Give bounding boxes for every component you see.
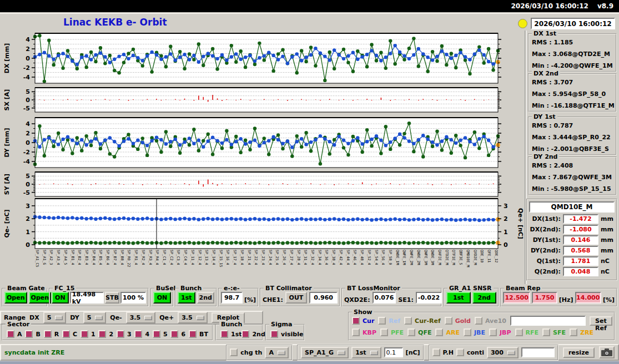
se1-value: -0.022 — [416, 292, 442, 304]
sector-checkbox-2[interactable] — [98, 330, 106, 338]
beam-rep-title: Beam Rep — [504, 285, 542, 292]
busel-on-button[interactable]: ON — [153, 292, 171, 304]
bpm-label: SP_16_4 — [225, 250, 229, 284]
sector-item: 5 — [153, 330, 168, 338]
show-checkbox-zre[interactable] — [570, 328, 577, 336]
show-checkbox-ref[interactable] — [378, 317, 386, 325]
bpm-label: SP_44_4 — [346, 250, 350, 284]
sector-checkbox-1[interactable] — [80, 330, 88, 338]
ph-checkbox[interactable] — [432, 348, 440, 356]
sector-checkbox-b[interactable] — [25, 330, 33, 338]
show-checkbox-jbe[interactable] — [464, 328, 471, 336]
count-select[interactable]: 300 — [487, 347, 519, 358]
sector-item: B — [25, 330, 40, 338]
monitor-row-unit: nC — [601, 268, 610, 275]
svg-text:-5: -5 — [23, 105, 30, 112]
bunch-filter-checkbox-2nd[interactable] — [241, 330, 249, 338]
beam-gate-open-1-button[interactable]: Open — [4, 292, 27, 304]
bunch-filter-checkbox-1st[interactable] — [220, 330, 228, 338]
bunch-2nd-button[interactable]: 2nd — [197, 292, 215, 304]
range-dx-select[interactable]: 5 — [43, 312, 67, 323]
ref-input[interactable] — [510, 316, 586, 326]
bunch-order-select[interactable]: 1st — [351, 347, 381, 358]
range-qep-value: 3.5 — [182, 314, 193, 321]
monitor-row-value: 0.146 — [563, 235, 598, 245]
svg-text:-2: -2 — [23, 149, 30, 156]
show-checkbox-rfe[interactable] — [515, 328, 523, 336]
chg-th-checkbox[interactable] — [230, 348, 238, 356]
conti-checkbox[interactable] — [456, 348, 464, 356]
show-item: ZRE — [570, 328, 593, 336]
sector-checkbox-3[interactable] — [117, 330, 124, 338]
titlebar-version: v8.9 — [597, 2, 613, 10]
gr-snsr-1st-button[interactable]: 1st — [446, 292, 471, 304]
show-checkbox-kbp[interactable] — [352, 328, 360, 336]
svg-text:3: 3 — [26, 203, 30, 210]
sector-checkbox-a[interactable] — [7, 330, 14, 338]
threshold-input[interactable] — [384, 347, 403, 357]
svg-text:0: 0 — [26, 241, 30, 249]
gr-snsr-2nd-button[interactable]: 2nd — [472, 292, 497, 304]
bpm-label: SP_56_4 — [381, 250, 385, 284]
bpm-label: SP_A3_4 — [56, 250, 60, 284]
count-value: 300 — [491, 349, 504, 356]
show-checkbox-cur-ref[interactable] — [404, 317, 412, 325]
bpm-select[interactable]: SP_A1_G — [301, 347, 349, 358]
bpm-axis-labels: SP_A1_C5SP_A1_GSP_A2_3SP_A3_4SP_A4_5SP_B… — [35, 250, 498, 284]
fc15-kv-value: 18.498 kV — [70, 292, 104, 304]
sector-label: 6 — [181, 331, 185, 338]
show-checkbox-cur[interactable] — [352, 317, 360, 325]
show-row-1: CurRefCur-RefGoldAve10Set Ref — [349, 313, 614, 326]
sector-checkbox-c[interactable] — [62, 330, 70, 338]
show-checkbox-jbp[interactable] — [489, 328, 497, 336]
dropdown-dash-icon — [144, 316, 152, 320]
bpm-label: SP_C3_4 — [176, 250, 180, 284]
th-sector-select[interactable]: A — [265, 347, 289, 358]
sector-item: 6 — [170, 330, 185, 338]
show-label: Cur — [363, 317, 374, 325]
gr-snsr-group: GR_A1 SNSR 1st 2nd — [444, 288, 499, 307]
range-qem-select[interactable]: 3.5 — [126, 312, 156, 323]
sector-checkbox-r[interactable] — [44, 330, 52, 338]
bunch-1st-button[interactable]: 1st — [178, 292, 195, 304]
range-dy-select[interactable]: 5 — [83, 312, 107, 323]
show-label: Ave10 — [485, 317, 506, 325]
range-qep-select[interactable]: 3.5 — [178, 312, 208, 323]
sector-checkbox-6[interactable] — [170, 330, 178, 338]
svg-text:4: 4 — [26, 120, 30, 128]
fc15-on-button[interactable]: ON — [52, 292, 69, 304]
set-ref-button[interactable]: Set Ref — [590, 316, 612, 326]
show-checkbox-are[interactable] — [435, 328, 443, 336]
show-checkbox-ave10[interactable] — [475, 317, 482, 325]
svg-text:DX [mm]: DX [mm] — [3, 43, 11, 73]
sector-checkbox-4[interactable] — [134, 330, 142, 338]
bpm-label: SP_R3_4 — [148, 250, 152, 284]
monitor-row-unit: mm — [601, 247, 613, 254]
camera-button[interactable] — [599, 346, 615, 358]
show-label: PFE — [391, 329, 404, 336]
bpm-label: SP_46_4 — [353, 250, 356, 284]
beam-gate-title: Beam Gate — [6, 285, 47, 292]
show-checkbox-sfe[interactable] — [542, 328, 550, 336]
show-label: Gold — [455, 317, 471, 325]
che1-out-button[interactable]: OUT — [285, 292, 307, 304]
monitor-row-unit: nC — [601, 257, 610, 265]
busel-title: BuSel — [154, 285, 177, 292]
sector-checkbox-bt[interactable] — [189, 330, 197, 338]
extra-input[interactable] — [521, 347, 555, 357]
show-checkbox-gold[interactable] — [445, 317, 452, 325]
beam-rep-hz-unit: [Hz] — [559, 296, 573, 304]
show-checkbox-pfe[interactable] — [380, 328, 388, 336]
fc15-stb-button[interactable]: STB — [105, 292, 119, 304]
show-checkbox-qfe[interactable] — [407, 328, 415, 336]
monitor-row-value: -1.080 — [563, 225, 598, 234]
svg-text:DY [mm]: DY [mm] — [3, 128, 11, 157]
beam-gate-open-2-button[interactable]: Open — [29, 292, 52, 304]
sigma-checkbox-visible[interactable] — [270, 330, 278, 338]
resize-button[interactable]: resize — [563, 347, 595, 358]
sector-checkbox-5[interactable] — [153, 330, 160, 338]
sector-label: 2 — [109, 331, 113, 338]
show-label: JBE — [474, 329, 485, 336]
ee-ratio-value: 98.7 — [221, 292, 243, 304]
status-bar: syncdata init ZRE chg th A SP_A1_G 1st [… — [0, 344, 619, 361]
